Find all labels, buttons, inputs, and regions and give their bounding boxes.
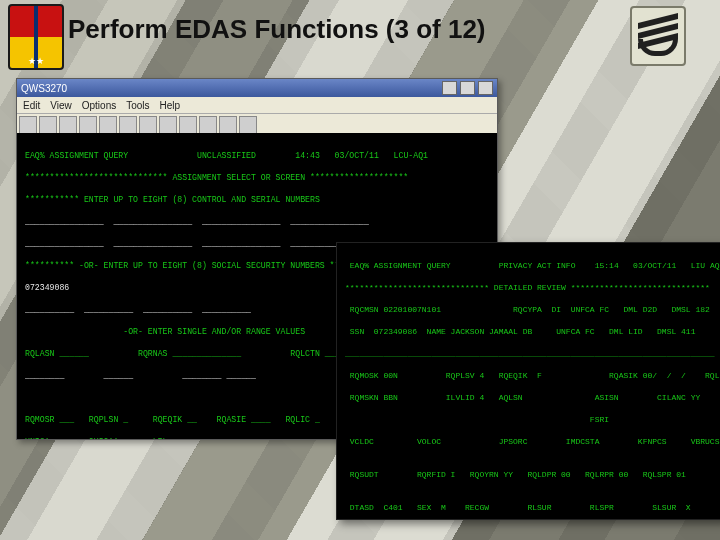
toolbar-icon[interactable] (159, 116, 177, 134)
toolbar-icon[interactable] (239, 116, 257, 134)
toolbar-icon[interactable] (179, 116, 197, 134)
menu-edit[interactable]: Edit (23, 100, 40, 111)
toolbar-icon[interactable] (199, 116, 217, 134)
rank-insignia-icon (630, 6, 686, 66)
maximize-button[interactable] (460, 81, 475, 95)
t1-header-time: 14:43 (295, 151, 320, 160)
menu-options[interactable]: Options (82, 100, 116, 111)
minimize-button[interactable] (442, 81, 457, 95)
t2-r2: SSN 072349086 NAME JACKSON JAMAAL DB UNF… (345, 326, 715, 337)
t1-blanks1: ________________ ________________ ______… (25, 216, 489, 227)
t2-header-screen: LIU AQ5 (691, 261, 720, 270)
close-button[interactable] (478, 81, 493, 95)
slide-title: Perform EDAS Functions (3 of 12) (68, 14, 610, 45)
t2-r6: FSRI (345, 414, 715, 425)
t2-r9: RQSUDT RQRFID I RQOYRN YY RQLDPR 00 RQLR… (345, 469, 715, 480)
t1-prompt1: *********** ENTER UP TO EIGHT (8) CONTRO… (25, 194, 489, 205)
toolbar-icon[interactable] (39, 116, 57, 134)
t2-r4: RQMOSK 00N RQPLSV 4 RQEQIK F RQASIK 00/ … (345, 370, 715, 381)
window-title: QWS3270 (21, 83, 439, 94)
title-bar: QWS3270 (17, 79, 497, 97)
t2-header-mid: PRIVACY ACT INFO (499, 261, 576, 270)
army-crest-icon (8, 4, 64, 70)
toolbar-icon[interactable] (99, 116, 117, 134)
toolbar-icon[interactable] (19, 116, 37, 134)
t2-r7: VCLDC VOLOC JPSORC IMDCSTA KFNPCS VBRUCS (345, 436, 715, 447)
toolbar-icon[interactable] (79, 116, 97, 134)
terminal-2[interactable]: EAQ% ASSIGNMENT QUERY PRIVACY ACT INFO 1… (336, 242, 720, 520)
t2-header-date: 03/OCT/11 (633, 261, 676, 270)
t1-header-screen: LCU-AQ1 (394, 151, 428, 160)
t1-header-class: UNCLASSIFIED (197, 151, 256, 160)
toolbar-icon[interactable] (139, 116, 157, 134)
t2-header-left: EAQ% ASSIGNMENT QUERY (350, 261, 451, 270)
menu-tools[interactable]: Tools (126, 100, 149, 111)
t2-r1: RQCMSN 02201007N101 RQCYPA DI UNFCA FC D… (345, 304, 715, 315)
menu-help[interactable]: Help (160, 100, 181, 111)
t1-header-left: EAQ% ASSIGNMENT QUERY (25, 151, 128, 160)
toolbar-icon[interactable] (59, 116, 77, 134)
t2-banner: ****************************** DETAILED … (345, 282, 715, 293)
t2-r5: RQMSKN BBN ILVLID 4 AQLSN ASISN CILANC Y… (345, 392, 715, 403)
t2-header-time: 15:14 (595, 261, 619, 270)
t1-banner1: ***************************** ASSIGNMENT… (25, 172, 489, 183)
t2-r3: ________________________________________… (345, 348, 715, 359)
t2-r11: DTASD C401 SEX M RECGW RLSUR RLSPR SLSUR… (345, 502, 715, 513)
t1-header-date: 03/OCT/11 (335, 151, 379, 160)
menu-view[interactable]: View (50, 100, 72, 111)
toolbar-icon[interactable] (119, 116, 137, 134)
menu-bar: Edit View Options Tools Help (17, 97, 497, 114)
toolbar-icon[interactable] (219, 116, 237, 134)
